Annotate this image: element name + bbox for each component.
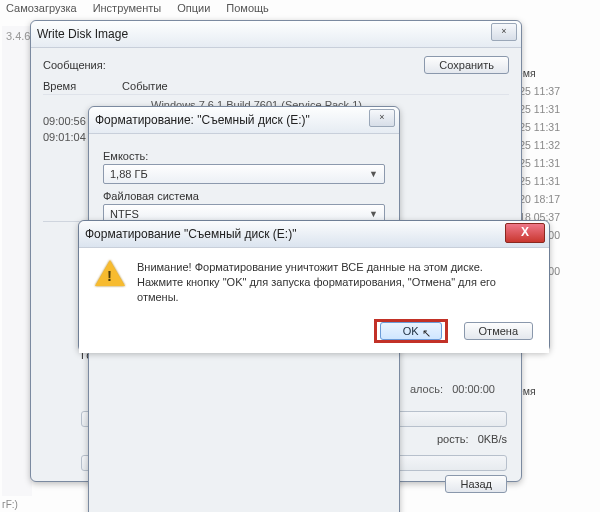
alert-title: Форматирование "Съемный диск (E:)" [85, 227, 296, 241]
capacity-value: 1,88 ГБ [110, 168, 148, 180]
bg-version: 3.4.6 [2, 26, 32, 46]
back-button[interactable]: Назад [445, 475, 507, 493]
col-event: Событие [122, 80, 168, 92]
alert-line2: Нажмите кнопку "OK" для запуска форматир… [137, 275, 533, 305]
close-icon[interactable]: X [505, 223, 545, 243]
close-icon[interactable]: × [369, 109, 395, 127]
cursor-icon: ↖ [422, 327, 431, 340]
alert-titlebar[interactable]: Форматирование "Съемный диск (E:)" X [79, 221, 549, 248]
cancel-button[interactable]: Отмена [464, 322, 533, 340]
col-time: Время [43, 80, 76, 92]
bg-menu-item[interactable]: Помощь [226, 2, 269, 14]
wdi-title: Write Disk Image [37, 27, 128, 41]
speed-value: 0KB/s [478, 433, 507, 445]
filesystem-value: NTFS [110, 208, 139, 220]
chevron-down-icon: ▼ [369, 209, 378, 219]
ok-button[interactable]: OK ↖ [380, 322, 442, 340]
format-warning-dialog: Форматирование "Съемный диск (E:)" X ! В… [78, 220, 550, 352]
remaining-label: алось: [410, 383, 443, 395]
filesystem-label: Файловая система [103, 190, 385, 202]
messages-label: Сообщения: [43, 59, 106, 71]
speed-label: рость: [437, 433, 469, 445]
alert-line1: Внимание! Форматирование уничтожит ВСЕ д… [137, 260, 533, 275]
bg-menu-item[interactable]: Инструменты [93, 2, 162, 14]
bg-menu: Самозагрузка Инструменты Опции Помощь [6, 2, 269, 14]
capacity-label: Емкость: [103, 150, 385, 162]
ok-button-highlight: OK ↖ [374, 319, 448, 343]
close-icon[interactable]: × [491, 23, 517, 41]
ok-label: OK [403, 325, 419, 337]
fmt-titlebar[interactable]: Форматирование: "Съемный диск (E:)" × [89, 107, 399, 134]
capacity-select[interactable]: 1,88 ГБ ▼ [103, 164, 385, 184]
warning-icon: ! [95, 260, 125, 288]
alert-message: Внимание! Форматирование уничтожит ВСЕ д… [137, 260, 533, 305]
remaining-value: 00:00:00 [452, 383, 495, 395]
wdi-titlebar[interactable]: Write Disk Image × [31, 21, 521, 48]
bg-status: гF:) [2, 499, 18, 510]
bg-menu-item[interactable]: Опции [177, 2, 210, 14]
fmt-title: Форматирование: "Съемный диск (E:)" [95, 113, 310, 127]
bg-left-panel: 3.4.6 [2, 26, 32, 496]
bg-menu-item[interactable]: Самозагрузка [6, 2, 77, 14]
save-button[interactable]: Сохранить [424, 56, 509, 74]
chevron-down-icon: ▼ [369, 169, 378, 179]
